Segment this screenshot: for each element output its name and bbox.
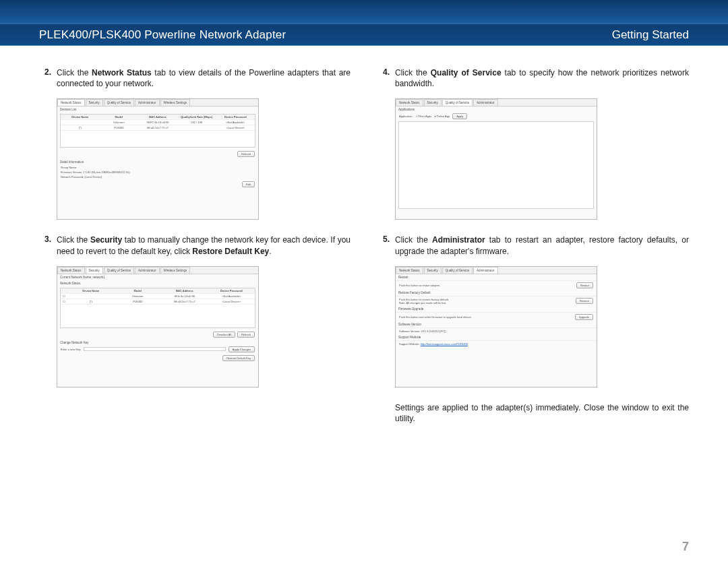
restore-default-key-button[interactable]: Restore Default Key <box>222 355 255 361</box>
tab-administrator[interactable]: Administrator <box>135 99 160 106</box>
step-text: Click the Quality of Service tab to spec… <box>395 67 689 89</box>
tabs: Network Status Security Quality of Servi… <box>396 99 597 106</box>
software-version-value: Software Version: v0.1.3 (141012 [GC]) <box>399 330 446 333</box>
tab-network-status[interactable]: Network Status <box>396 99 423 106</box>
firmware-version: Firmware Version: 2.1.02 (04-mm-13000cc0… <box>57 170 258 175</box>
tab-security[interactable]: Security <box>424 99 442 106</box>
step-text: Click the Security tab to manually chang… <box>57 235 351 256</box>
apply-button[interactable]: Apply <box>452 113 467 119</box>
tab-qos[interactable]: Quality of Service <box>442 267 473 274</box>
step-text: Click the Network Status tab to view det… <box>57 67 351 89</box>
network-status-label: Network Status <box>57 280 258 286</box>
application-label: Application: <box>399 115 413 118</box>
network-password: Network Password: (Local Device) <box>57 175 258 179</box>
tab-administrator[interactable]: Administrator <box>473 99 498 106</box>
devices-list-label: Devices List <box>57 106 258 113</box>
tabs: Network Status Security Quality of Servi… <box>57 99 258 106</box>
doc-section: Getting Started <box>612 28 728 42</box>
left-column: 2. Click the Network Status tab to view … <box>39 67 351 535</box>
refresh-button[interactable]: Refresh <box>237 151 255 157</box>
change-key-label: Change Network Key <box>57 340 258 346</box>
tab-wireless[interactable]: Wireless Settings <box>160 267 191 274</box>
support-link[interactable]: http://homesupport.cisco.com/PLEK400 <box>421 342 468 346</box>
firmware-text: Push this button and select firmware to … <box>399 315 472 319</box>
restart-button[interactable]: Restart <box>576 282 593 288</box>
apply-changes-button[interactable]: Apply Changes <box>229 346 255 352</box>
screenshot-security: Network Status Security Quality of Servi… <box>57 266 259 387</box>
step-text: Click the Administrator tab to restart a… <box>395 235 689 256</box>
current-network-name: Current Network Name: network1 <box>57 274 258 280</box>
tab-security[interactable]: Security <box>86 99 103 106</box>
step-3: 3. Click the Security tab to manually ch… <box>39 235 351 256</box>
support-website-label: Support Website <box>396 334 597 340</box>
tab-administrator[interactable]: Administrator <box>473 267 498 274</box>
applications-label: Applications <box>396 106 597 113</box>
tab-network-status[interactable]: Network Status <box>57 99 85 106</box>
radio-other[interactable]: ○ <box>416 115 417 118</box>
step-number: 3. <box>39 235 57 256</box>
tab-qos[interactable]: Quality of Service <box>104 267 134 274</box>
page-header: PLEK400/PLSK400 Powerline Network Adapte… <box>0 24 728 46</box>
security-table: Device NameModelMAC AddressDevice Passwo… <box>60 288 255 328</box>
closing-note: Settings are applied to the adapter(s) i… <box>395 402 689 424</box>
refresh-button[interactable]: Refresh <box>237 332 255 338</box>
tab-administrator[interactable]: Administrator <box>135 267 160 274</box>
support-label: Support Website: <box>399 342 420 346</box>
screenshot-network-status: Network Status Security Quality of Servi… <box>57 98 259 220</box>
upgrade-button[interactable]: Upgrade <box>575 314 593 320</box>
tab-qos[interactable]: Quality of Service <box>442 99 473 106</box>
tab-security[interactable]: Security <box>424 267 442 274</box>
software-version-label: Software Version <box>396 321 597 327</box>
tab-qos[interactable]: Quality of Service <box>104 99 134 106</box>
deselect-all-button[interactable]: Deselect All <box>213 332 235 338</box>
step-number: 4. <box>377 67 395 89</box>
tabs: Network Status Security Quality of Servi… <box>396 267 597 274</box>
qos-table <box>398 121 594 209</box>
restore-label: Restore Factory Default <box>396 290 597 296</box>
step-number: 2. <box>39 67 57 89</box>
restore-text-2: Note: All changes you made will be lost. <box>399 301 449 305</box>
step-number: 5. <box>377 235 395 256</box>
enter-key-label: Enter a new Key: <box>61 348 81 351</box>
step-4: 4. Click the Quality of Service tab to s… <box>377 67 689 89</box>
restart-text: Push this button to restart adapter. <box>399 284 440 287</box>
tab-wireless[interactable]: Wireless Settings <box>160 99 191 106</box>
tab-network-status[interactable]: Network Status <box>396 267 423 274</box>
edit-button[interactable]: Edit <box>242 181 255 187</box>
tab-security[interactable]: Security <box>86 267 103 274</box>
page-number: 7 <box>682 540 689 554</box>
detail-info-label: Detail Information <box>57 159 258 165</box>
firmware-label: Firmware Upgrade <box>396 306 597 312</box>
devices-table: Device NameModelMAC AddressQuality/Link … <box>60 114 255 148</box>
tab-network-status[interactable]: Network Status <box>57 267 85 274</box>
right-column: 4. Click the Quality of Service tab to s… <box>377 67 689 535</box>
page-body: 2. Click the Network Status tab to view … <box>39 67 689 535</box>
group-name: Group Name: <box>57 165 258 170</box>
screenshot-qos: Network Status Security Quality of Servi… <box>395 98 597 220</box>
restore-button[interactable]: Restore <box>576 298 593 304</box>
step-5: 5. Click the Administrator tab to restar… <box>377 235 689 256</box>
step-2: 2. Click the Network Status tab to view … <box>39 67 351 89</box>
radio-online[interactable]: ● <box>434 115 435 118</box>
screenshot-administrator: Network Status Security Quality of Servi… <box>395 266 597 387</box>
doc-title: PLEK400/PLSK400 Powerline Network Adapte… <box>0 28 286 42</box>
tabs: Network Status Security Quality of Servi… <box>57 267 258 274</box>
key-input[interactable] <box>84 347 225 351</box>
restart-label: Restart <box>396 274 597 280</box>
